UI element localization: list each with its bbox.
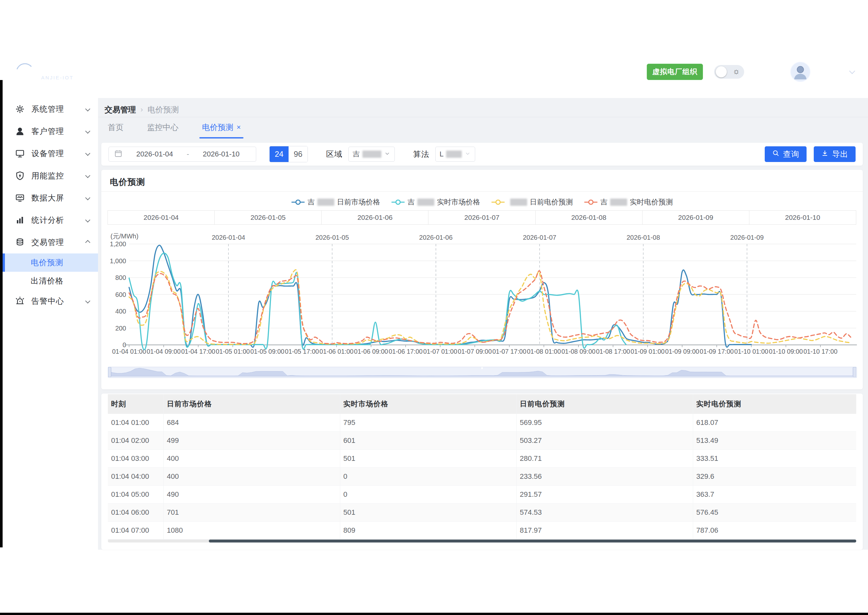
svg-text:01-10 17:00: 01-10 17:00 (803, 348, 837, 355)
sidebar-item-customer[interactable]: 客户管理 (3, 120, 98, 142)
sidebar-item-label: 交易管理 (31, 237, 86, 248)
sidebar-item-label: 用能监控 (31, 170, 86, 181)
logo-icon (13, 59, 36, 84)
table-row[interactable]: 01:04 03:00400501280.71333.51 (108, 450, 856, 468)
table-row[interactable]: 01:04 05:004900291.57363.7 (108, 485, 856, 504)
legend-item-real-time-market[interactable]: 吉实时市场价格 (391, 197, 480, 207)
svg-text:01-07 01:00: 01-07 01:00 (423, 348, 457, 355)
column-header: 实时市场价格 (340, 394, 516, 414)
date-header-cell[interactable]: 2026-01-06 (321, 210, 429, 225)
column-header: 日前电价预测 (516, 394, 693, 414)
legend-item-real-time-forecast[interactable]: 吉实时电价预测 (584, 197, 673, 207)
table-row[interactable]: 01:04 07:001080809817.97787.06 (108, 521, 856, 540)
interval-option-96[interactable]: 96 (289, 146, 308, 162)
table-cell: 503.27 (516, 432, 693, 450)
redacted-text (363, 151, 382, 158)
date-header-cell[interactable]: 2026-01-10 (749, 210, 856, 225)
table-cell: 1080 (163, 521, 340, 540)
horizontal-scrollbar[interactable] (108, 540, 856, 543)
scope-value: 全部 (755, 67, 772, 77)
legend-item-day-ahead-forecast[interactable]: 日前电价预测 (491, 197, 573, 207)
sidebar-item-stats[interactable]: 统计分析 (3, 209, 98, 231)
chevron-down-icon (849, 68, 855, 74)
table-cell: 01:04 05:00 (108, 485, 163, 504)
export-button[interactable]: 导出 (814, 146, 855, 162)
sidebar-item-energy[interactable]: 用能监控 (3, 165, 98, 187)
chevron-down-icon (86, 195, 89, 201)
table-cell: 684 (163, 414, 340, 432)
sidebar-item-alarm[interactable]: 告警中心 (3, 290, 98, 312)
avatar[interactable] (790, 62, 810, 82)
datazoom-slider[interactable] (108, 367, 857, 378)
date-header-cell[interactable]: 2026-01-04 (108, 210, 215, 225)
sidebar-item-clearing-price[interactable]: 出清价格 (3, 272, 98, 290)
scrollbar-thumb[interactable] (209, 540, 856, 543)
legend-item-day-ahead-market[interactable]: 吉日前市场价格 (291, 197, 380, 207)
table-row[interactable]: 01:04 01:00684795569.95618.07 (108, 414, 856, 432)
table-row[interactable]: 01:04 04:004000233.56329.6 (108, 468, 856, 485)
sidebar-item-trade[interactable]: 交易管理 (3, 231, 98, 253)
date-range-picker[interactable]: 2026-01-04 - 2026-01-10 (108, 147, 256, 162)
svg-text:1,200: 1,200 (110, 240, 126, 248)
brush-handle-right[interactable] (853, 367, 856, 377)
sidebar-item-datascreen[interactable]: 数据大屏 (3, 187, 98, 209)
tab-price-forecast[interactable]: 电价预测× (202, 122, 241, 139)
svg-text:01-05 01:00: 01-05 01:00 (216, 348, 250, 355)
sidebar-item-label: 客户管理 (31, 126, 86, 137)
table-cell: 499 (163, 432, 340, 450)
brand-logo: 安捷物联 ANJIE-IOT (13, 59, 82, 84)
date-header-cell[interactable]: 2026-01-07 (428, 210, 535, 225)
algorithm-select[interactable]: L (435, 147, 475, 162)
table-cell: 490 (163, 485, 340, 504)
virtual-plant-org-button[interactable]: 虚拟电厂组织 (647, 64, 703, 80)
table-row[interactable]: 01:04 02:00499601503.27513.49 (108, 432, 856, 450)
chevron-down-icon (86, 298, 89, 304)
svg-text:01-04 17:00: 01-04 17:00 (181, 348, 215, 355)
gear-icon (15, 104, 25, 114)
search-button[interactable]: 查询 (765, 146, 807, 162)
legend-marker (291, 199, 305, 205)
date-header-cell[interactable]: 2026-01-08 (535, 210, 643, 225)
svg-text:800: 800 (115, 274, 126, 281)
chevron-up-icon (86, 239, 89, 246)
date-header-cell[interactable]: 2026-01-09 (642, 210, 749, 225)
logo-texts: 安捷物联 ANJIE-IOT (41, 63, 82, 80)
date-range-separator: - (187, 150, 189, 158)
table-cell: 01:04 04:00 (108, 468, 163, 485)
chart-legend: 吉日前市场价格吉实时市场价格日前电价预测吉实时电价预测 (101, 197, 863, 207)
svg-text:01-08 01:00: 01-08 01:00 (527, 348, 561, 355)
table-row[interactable]: 01:04 06:00701501574.53576.45 (108, 504, 856, 521)
export-button-label: 导出 (832, 149, 848, 159)
region-select[interactable]: 吉 (349, 147, 395, 162)
tab-monitor-center[interactable]: 监控中心 (147, 122, 178, 139)
date-header-cell[interactable]: 2026-01-05 (214, 210, 322, 225)
chevron-down-icon (86, 128, 89, 134)
column-header: 实时电价预测 (693, 394, 856, 414)
interval-option-24[interactable]: 24 (270, 146, 289, 162)
user-menu[interactable]: 管理员 (822, 67, 854, 77)
logo-name: 安捷物联 (41, 63, 82, 73)
svg-text:01-10 01:00: 01-10 01:00 (734, 348, 768, 355)
series-day-ahead-market (129, 245, 751, 347)
date-start-value[interactable]: 2026-01-04 (125, 150, 184, 158)
sidebar-item-price-forecast[interactable]: 电价预测 (3, 253, 98, 272)
brush-handle-left[interactable] (108, 367, 111, 377)
toggle-knob (716, 66, 727, 77)
sidebar-item-label: 告警中心 (31, 296, 86, 306)
window-edge-bottom (0, 613, 868, 615)
breadcrumb-parent: 交易管理 (105, 105, 136, 115)
window-edge-left (0, 80, 3, 547)
close-icon[interactable]: × (237, 124, 241, 131)
date-end-value[interactable]: 2026-01-10 (192, 150, 251, 158)
svg-text:01-05 17:00: 01-05 17:00 (285, 348, 319, 355)
legend-prefix: 吉 (601, 197, 608, 207)
tab-home[interactable]: 首页 (108, 122, 124, 139)
sidebar-item-system[interactable]: 系统管理 (3, 98, 98, 120)
scope-dropdown[interactable]: 全部 (755, 67, 779, 77)
theme-toggle[interactable]: ☼ (714, 65, 744, 79)
breadcrumb: 交易管理 › 电价预测 (105, 105, 179, 115)
header-actions: 虚拟电厂组织 ☼ 全部 管理员 (647, 62, 854, 82)
price-line-chart[interactable]: 02004006008001,0001,200(元/MWh)2026-01-04… (101, 225, 863, 356)
sidebar-item-label: 设备管理 (31, 148, 86, 159)
sidebar-item-device[interactable]: 设备管理 (3, 142, 98, 165)
